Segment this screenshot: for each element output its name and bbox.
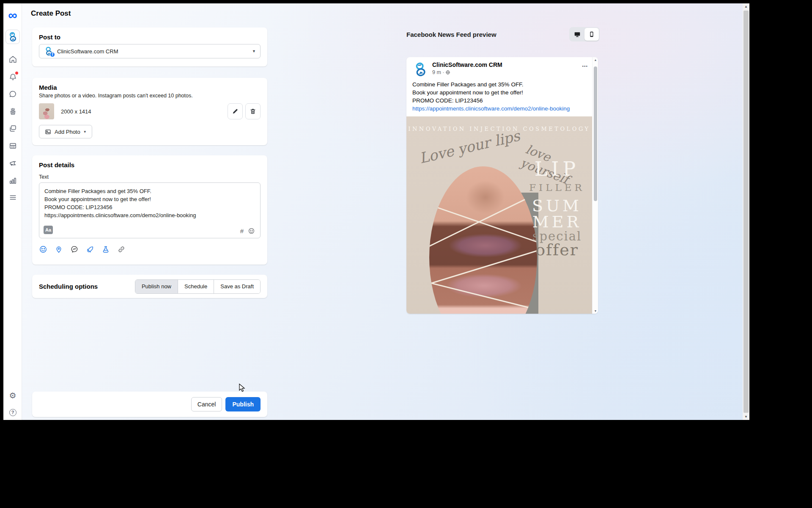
emoji-icon[interactable] — [39, 245, 47, 254]
selected-page-label: ClinicSoftware.com CRM — [57, 48, 249, 55]
globe-icon — [445, 70, 450, 75]
text-format-button[interactable]: Aa — [44, 226, 53, 234]
emoji-picker-icon[interactable] — [248, 227, 255, 235]
boost-icon[interactable] — [86, 245, 94, 254]
help-icon[interactable]: ? — [3, 406, 22, 418]
messenger-icon[interactable] — [70, 245, 79, 254]
meta-business-suite-window: ∞ — [3, 3, 749, 420]
facebook-post-preview: ClinicSoftware.com CRM 9 m · ••• Combine… — [406, 57, 598, 314]
media-card: Media Share photos or a video. Instagram… — [32, 78, 267, 145]
scheduling-heading: Scheduling options — [39, 283, 135, 290]
chevron-down-icon: ▼ — [252, 49, 256, 53]
post-text-line: https://appointments.clinicsoftware.com/… — [44, 211, 255, 219]
promo-word: FILLER — [525, 182, 589, 193]
location-icon[interactable] — [55, 245, 63, 254]
commerce-icon[interactable] — [3, 105, 22, 117]
text-field-label: Text — [39, 174, 261, 180]
content-icon[interactable] — [3, 122, 22, 134]
promo-word: offer — [525, 240, 589, 259]
device-toggle — [569, 27, 600, 41]
post-text-line: PROMO CODE: LIP123456 — [44, 203, 255, 211]
add-photo-button[interactable]: Add Photo ▼ — [39, 125, 92, 138]
media-item-row: 2000 x 1414 — [39, 103, 261, 119]
post-text-line: Combine Filler Packages and get 35% OFF. — [44, 187, 255, 195]
media-heading: Media — [39, 84, 261, 91]
save-as-draft-option[interactable]: Save as Draft — [214, 280, 260, 293]
post-image: INNOVATION INJECTION COSMETOLOGY Love yo… — [406, 116, 592, 314]
post-details-heading: Post details — [39, 161, 261, 168]
mobile-icon — [588, 30, 595, 38]
hashtag-icon[interactable]: # — [240, 227, 244, 235]
post-to-heading: Post to — [39, 33, 261, 41]
left-sidebar: ∞ — [3, 3, 22, 420]
chevron-down-icon: ▼ — [83, 130, 87, 134]
media-subtitle: Share photos or a video. Instagram posts… — [39, 93, 261, 99]
scheduling-card: Scheduling options Publish now Schedule … — [32, 275, 267, 298]
notifications-icon[interactable] — [3, 71, 22, 83]
promo-word: LIP — [525, 157, 589, 180]
mobile-view-button[interactable] — [584, 28, 599, 41]
scroll-down-icon[interactable]: ▼ — [593, 309, 598, 312]
promo-script-text: Love your lips — [418, 127, 522, 167]
settings-icon[interactable]: ⚙ — [3, 389, 22, 401]
notification-badge — [15, 72, 18, 75]
photo-dimensions: 2000 x 1414 — [61, 108, 225, 115]
photo-thumbnail — [39, 103, 54, 119]
business-avatar[interactable] — [3, 29, 22, 44]
schedule-option[interactable]: Schedule — [178, 280, 214, 293]
add-photo-label: Add Photo — [55, 129, 80, 135]
inbox-icon[interactable] — [3, 88, 22, 100]
post-link[interactable]: https://appointments.clinicsoftware.com/… — [412, 105, 588, 113]
composer-toolbar — [39, 245, 126, 254]
planner-icon[interactable] — [3, 140, 22, 152]
post-menu-button[interactable]: ••• — [582, 61, 588, 78]
pencil-icon — [231, 108, 239, 115]
page-avatar — [412, 61, 428, 77]
delete-photo-button[interactable] — [245, 103, 261, 119]
post-line: PROMO CODE: LIP123456 — [412, 97, 588, 105]
post-line: Combine Filler Packages and get 35% OFF. — [412, 80, 588, 88]
post-timestamp: 9 m · — [432, 69, 444, 75]
publish-button[interactable]: Publish — [225, 397, 261, 411]
post-text-line: Book your appointment now to get the off… — [44, 195, 255, 203]
facebook-badge-icon: f — [50, 52, 55, 57]
lips-collage — [429, 166, 537, 314]
post-preview-text: Combine Filler Packages and get 35% OFF.… — [412, 80, 588, 113]
post-to-card: Post to f ClinicSoftware.com CRM ▼ — [32, 28, 267, 66]
publish-now-option[interactable]: Publish now — [135, 280, 178, 293]
all-tools-icon[interactable] — [3, 191, 22, 203]
photo-icon — [44, 128, 52, 135]
meta-logo-icon[interactable]: ∞ — [3, 9, 22, 21]
trash-icon — [249, 108, 257, 115]
post-line: Book your appointment now to get the off… — [412, 88, 588, 97]
post-preview-header: ClinicSoftware.com CRM 9 m · ••• — [412, 61, 588, 78]
cancel-button[interactable]: Cancel — [191, 397, 222, 411]
edit-photo-button[interactable] — [228, 103, 243, 119]
preview-header: Facebook News Feed preview — [406, 27, 600, 41]
clinicsoftware-logo-icon — [5, 30, 20, 44]
footer-action-bar: Cancel Publish — [32, 392, 267, 417]
scroll-down-icon[interactable]: ▼ — [743, 415, 749, 419]
desktop-view-button[interactable] — [570, 28, 584, 41]
window-scrollbar[interactable]: ▲ ▼ — [743, 3, 749, 420]
home-icon[interactable] — [3, 53, 22, 65]
scrollbar-thumb[interactable] — [743, 11, 749, 413]
scheduling-segmented-control: Publish now Schedule Save as Draft — [135, 279, 261, 294]
insights-icon[interactable] — [3, 174, 22, 186]
ads-icon[interactable] — [3, 157, 22, 169]
preview-scrollbar[interactable]: ▲ ▼ — [592, 57, 598, 314]
scroll-up-icon[interactable]: ▲ — [593, 58, 598, 61]
link-icon[interactable] — [117, 245, 126, 254]
promo-word: MER — [525, 213, 589, 231]
preview-title: Facebook News Feed preview — [406, 31, 569, 38]
page-avatar: f — [44, 46, 54, 56]
post-details-card: Post details Text Combine Filler Package… — [32, 155, 267, 265]
ab-test-icon[interactable] — [102, 245, 110, 254]
post-text-input[interactable]: Combine Filler Packages and get 35% OFF.… — [39, 182, 261, 238]
scroll-up-icon[interactable]: ▲ — [743, 5, 749, 8]
scrollbar-thumb[interactable] — [594, 66, 597, 201]
post-to-dropdown[interactable]: f ClinicSoftware.com CRM ▼ — [39, 44, 261, 58]
page-title: Create Post — [31, 9, 71, 18]
desktop-icon — [573, 30, 581, 38]
post-page-name: ClinicSoftware.com CRM — [432, 61, 582, 69]
